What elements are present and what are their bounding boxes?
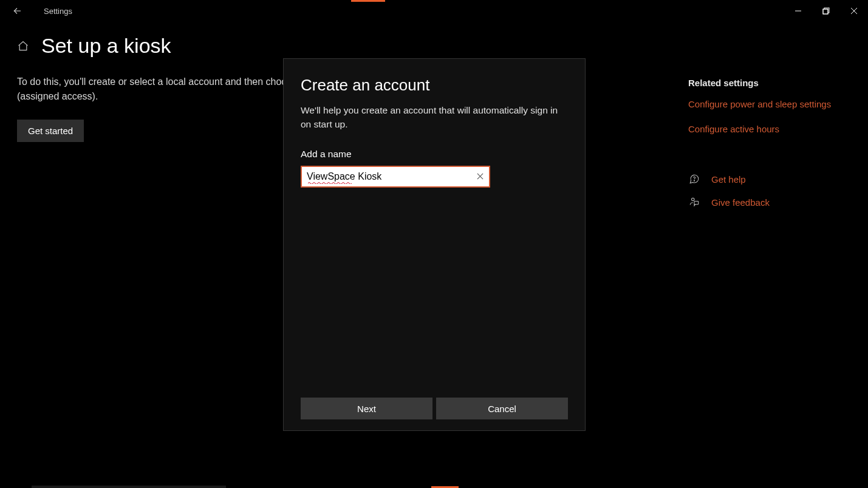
svg-rect-3 xyxy=(823,9,828,14)
close-button[interactable] xyxy=(840,0,868,22)
window-controls xyxy=(784,0,868,22)
dialog-title: Create an account xyxy=(301,76,568,95)
x-icon xyxy=(477,173,484,180)
dialog-button-row: Next Cancel xyxy=(301,398,568,419)
next-button[interactable]: Next xyxy=(301,398,432,419)
clear-input-button[interactable] xyxy=(471,167,489,186)
sidebar-give-feedback-label: Give feedback xyxy=(711,197,770,208)
back-button[interactable] xyxy=(5,0,29,22)
feedback-icon xyxy=(688,196,700,208)
sidebar-get-help-label: Get help xyxy=(711,174,746,185)
dialog-description: We'll help you create an account that wi… xyxy=(301,103,568,132)
related-sidebar: Related settings Configure power and sle… xyxy=(688,22,868,219)
app-title: Settings xyxy=(44,7,72,16)
minimize-button[interactable] xyxy=(784,0,812,22)
sidebar-link-active-hours[interactable]: Configure active hours xyxy=(688,124,868,134)
cancel-button[interactable]: Cancel xyxy=(436,398,568,419)
top-accent-indicator xyxy=(351,0,385,2)
taskbar-highlight xyxy=(32,486,226,488)
back-arrow-icon xyxy=(12,5,22,16)
create-account-dialog: Create an account We'll help you create … xyxy=(283,58,586,431)
minimize-icon xyxy=(795,7,802,15)
help-icon xyxy=(688,173,700,185)
name-input[interactable] xyxy=(302,169,471,185)
name-input-wrapper xyxy=(301,166,490,188)
page-title: Set up a kiosk xyxy=(41,34,171,58)
sidebar-get-help[interactable]: Get help xyxy=(688,173,868,185)
svg-rect-9 xyxy=(694,202,699,205)
titlebar: Settings xyxy=(0,0,868,22)
home-icon[interactable] xyxy=(17,40,29,52)
name-field-label: Add a name xyxy=(301,149,568,160)
maximize-restore-icon xyxy=(822,7,830,15)
page-header: Set up a kiosk xyxy=(17,34,688,58)
sidebar-link-power-sleep[interactable]: Configure power and sleep settings xyxy=(688,99,868,109)
titlebar-left: Settings xyxy=(5,0,72,22)
svg-point-8 xyxy=(692,198,695,201)
close-icon xyxy=(850,7,858,15)
get-started-button[interactable]: Get started xyxy=(17,120,84,142)
svg-point-7 xyxy=(694,180,694,181)
sidebar-heading: Related settings xyxy=(688,78,868,88)
sidebar-give-feedback[interactable]: Give feedback xyxy=(688,196,868,208)
maximize-button[interactable] xyxy=(812,0,840,22)
